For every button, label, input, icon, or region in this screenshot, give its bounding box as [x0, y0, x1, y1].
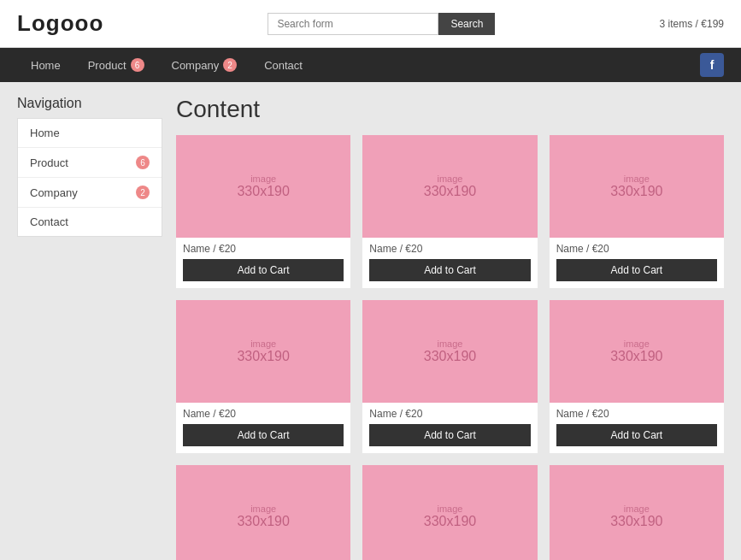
add-to-cart-button[interactable]: Add to Cart [183, 259, 344, 281]
product-card: image330x190Name / €20Add to Cart [550, 465, 724, 560]
product-image-label: image [624, 504, 650, 514]
product-card: image330x190Name / €20Add to Cart [550, 300, 724, 453]
product-image-label: image [624, 339, 650, 349]
product-image-size: 330x190 [610, 349, 662, 364]
product-image-size: 330x190 [610, 184, 662, 199]
product-image-size: 330x190 [610, 514, 662, 529]
sidebar-item-label: Company [30, 186, 78, 199]
sidebar: Navigation HomeProduct6Company2Contact [17, 96, 162, 560]
content-area: Content image330x190Name / €20Add to Car… [176, 96, 724, 560]
add-to-cart-button[interactable]: Add to Cart [369, 424, 530, 446]
product-image: image330x190 [176, 135, 350, 238]
add-to-cart-button[interactable]: Add to Cart [369, 259, 530, 281]
search-input[interactable] [268, 13, 438, 35]
product-image: image330x190 [176, 300, 350, 403]
product-image-label: image [438, 504, 463, 514]
product-image-label: image [438, 339, 463, 349]
product-info: Name / €20Add to Cart [550, 403, 724, 453]
product-image-size: 330x190 [237, 514, 289, 529]
nav-badge: 6 [131, 58, 144, 72]
sidebar-item-home[interactable]: Home [18, 119, 162, 148]
search-area: Search [268, 13, 495, 35]
product-name: Name / €20 [369, 243, 530, 255]
product-image: image330x190 [362, 300, 537, 403]
cart-info: 3 items / €199 [660, 18, 724, 30]
product-image-size: 330x190 [424, 514, 476, 529]
product-image-size: 330x190 [237, 184, 289, 199]
sidebar-item-company[interactable]: Company2 [18, 178, 162, 208]
product-image-size: 330x190 [237, 349, 289, 364]
product-card: image330x190Name / €20Add to Cart [362, 135, 537, 288]
search-button[interactable]: Search [438, 13, 495, 35]
sidebar-item-label: Product [30, 156, 68, 169]
sidebar-item-product[interactable]: Product6 [18, 148, 162, 178]
nav-item-home[interactable]: Home [17, 49, 74, 82]
nav-item-product[interactable]: Product6 [74, 48, 158, 82]
product-name: Name / €20 [183, 408, 344, 420]
product-image-label: image [250, 504, 276, 514]
product-image: image330x190 [176, 465, 350, 560]
nav-item-contact[interactable]: Contact [250, 49, 316, 82]
product-name: Name / €20 [183, 243, 344, 255]
sidebar-item-label: Contact [30, 215, 68, 228]
product-image-label: image [438, 174, 463, 184]
product-info: Name / €20Add to Cart [176, 403, 350, 453]
content-title: Content [176, 96, 724, 123]
product-image-size: 330x190 [424, 184, 476, 199]
product-name: Name / €20 [556, 408, 717, 420]
product-image: image330x190 [362, 465, 537, 560]
sidebar-badge: 6 [136, 156, 150, 169]
add-to-cart-button[interactable]: Add to Cart [556, 259, 717, 281]
product-grid: image330x190Name / €20Add to Cartimage33… [176, 135, 724, 560]
navbar: HomeProduct6Company2Contact f [0, 48, 741, 82]
sidebar-badge: 2 [136, 186, 150, 199]
product-image-label: image [624, 174, 650, 184]
sidebar-item-contact[interactable]: Contact [18, 208, 162, 236]
product-info: Name / €20Add to Cart [550, 238, 724, 288]
sidebar-item-label: Home [30, 127, 60, 139]
product-info: Name / €20Add to Cart [362, 238, 537, 288]
product-card: image330x190Name / €20Add to Cart [176, 465, 350, 560]
product-image: image330x190 [362, 135, 537, 238]
facebook-icon[interactable]: f [700, 53, 724, 77]
product-image-label: image [250, 174, 276, 184]
product-name: Name / €20 [369, 408, 530, 420]
nav-items: HomeProduct6Company2Contact [17, 48, 316, 82]
product-info: Name / €20Add to Cart [362, 403, 537, 453]
product-card: image330x190Name / €20Add to Cart [362, 465, 537, 560]
sidebar-title: Navigation [17, 96, 162, 111]
nav-badge: 2 [223, 58, 237, 72]
product-image: image330x190 [550, 300, 724, 403]
logo: Logooo [17, 10, 103, 37]
product-card: image330x190Name / €20Add to Cart [176, 135, 350, 288]
product-image: image330x190 [550, 465, 724, 560]
product-image-size: 330x190 [424, 349, 476, 364]
product-image-label: image [250, 339, 276, 349]
main: Navigation HomeProduct6Company2Contact C… [0, 82, 741, 560]
nav-item-company[interactable]: Company2 [158, 48, 251, 82]
add-to-cart-button[interactable]: Add to Cart [183, 424, 344, 446]
product-card: image330x190Name / €20Add to Cart [362, 300, 537, 453]
product-image: image330x190 [550, 135, 724, 238]
product-card: image330x190Name / €20Add to Cart [550, 135, 724, 288]
product-info: Name / €20Add to Cart [176, 238, 350, 288]
sidebar-nav: HomeProduct6Company2Contact [17, 118, 162, 237]
product-card: image330x190Name / €20Add to Cart [176, 300, 350, 453]
add-to-cart-button[interactable]: Add to Cart [556, 424, 717, 446]
product-name: Name / €20 [556, 243, 717, 255]
header: Logooo Search 3 items / €199 [0, 0, 741, 48]
